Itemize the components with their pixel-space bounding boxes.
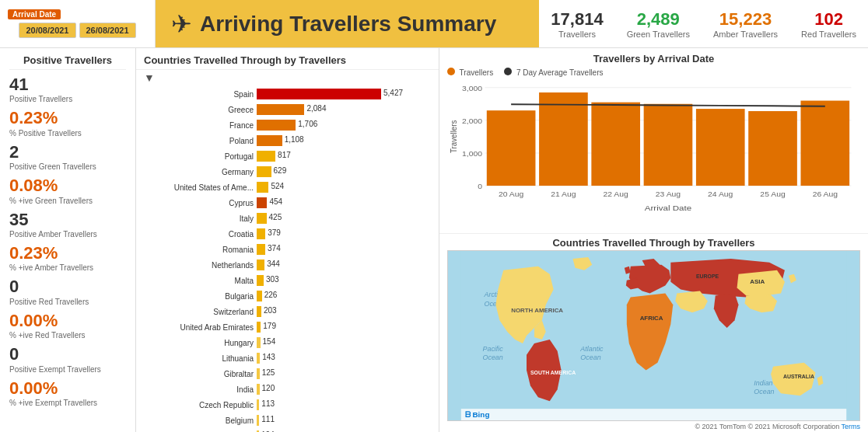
- bar-row: Italy425: [144, 211, 431, 225]
- bar-wrapper: 817: [257, 151, 431, 162]
- bar-row: Greece2,084: [144, 103, 431, 117]
- bar-value-label: 303: [266, 275, 279, 284]
- bar-wrapper: 226: [257, 291, 431, 301]
- map-terms-link[interactable]: Terms: [842, 423, 861, 430]
- chart-x-label: 23 Aug: [656, 190, 681, 197]
- header-left: Arrival Date 20/08/2021 26/08/2021: [0, 0, 156, 47]
- header-stats: 17,814 Travellers 2,489 Green Travellers…: [539, 0, 868, 47]
- date-buttons: 20/08/2021 26/08/2021: [19, 23, 135, 38]
- chart-bar: [800, 101, 849, 186]
- bar-value-label: 120: [262, 384, 275, 392]
- bar-fill: [257, 353, 260, 364]
- bar-row: United Arab Emirates179: [144, 320, 431, 334]
- sort-icon[interactable]: ▼: [136, 70, 439, 85]
- bar-wrapper: 524: [257, 182, 431, 193]
- chart-bar: [644, 104, 693, 186]
- body: Positive Travellers 41Positive Traveller…: [0, 48, 868, 432]
- map-footer: © 2021 TomTom © 2021 Microsoft Corporati…: [447, 421, 860, 430]
- bar-fill: [257, 120, 296, 131]
- svg-rect-9: [461, 409, 846, 420]
- metric-label-7: % +ive Red Travellers: [9, 331, 126, 340]
- bar-country-name: Switzerland: [144, 308, 257, 316]
- pacific-ocean-label2: Ocean: [483, 354, 503, 361]
- chart-x-label: 24 Aug: [708, 190, 733, 197]
- bar-fill: [257, 306, 261, 317]
- metric-item-1: 0.23%% Positive Travellers: [9, 108, 126, 137]
- bar-fill: [257, 337, 261, 348]
- metric-item-9: 0.00%% +ive Exempt Travellers: [9, 378, 126, 407]
- australia-label: AUSTRALIA: [783, 374, 814, 379]
- chart-x-label: 21 Aug: [551, 190, 576, 197]
- metrics-container: 41Positive Travellers0.23%% Positive Tra…: [9, 75, 126, 407]
- bar-country-name: Gibraltar: [144, 370, 257, 378]
- svg-text:1,000: 1,000: [462, 150, 482, 158]
- svg-text:0: 0: [478, 183, 482, 190]
- map-container: Arctic Ocean Pacific Ocean Atlantic Ocea…: [447, 250, 860, 421]
- bar-row: United States of Ame...524: [144, 180, 431, 194]
- bar-value-label: 374: [268, 244, 281, 253]
- chart-bar: [539, 92, 588, 186]
- bar-wrapper: 629: [257, 166, 431, 177]
- left-panel-title: Positive Travellers: [9, 54, 126, 70]
- bar-value-label: 5,427: [383, 89, 403, 97]
- bar-fill: [257, 197, 267, 208]
- bar-country-name: United Arab Emirates: [144, 323, 257, 332]
- metric-value-1: 0.23%: [9, 108, 126, 128]
- bar-row: Germany629: [144, 165, 431, 179]
- header: Arrival Date 20/08/2021 26/08/2021 ✈ Arr…: [0, 0, 868, 48]
- stat-amber-value: 15,223: [713, 9, 778, 30]
- metric-value-9: 0.00%: [9, 378, 126, 399]
- bar-row: Lithuania143: [144, 351, 431, 365]
- header-title-area: ✈ Arriving Travellers Summary: [156, 0, 539, 47]
- bar-country-name: France: [144, 121, 257, 130]
- bar-wrapper: 125: [257, 368, 431, 379]
- date-start-button[interactable]: 20/08/2021: [19, 23, 75, 38]
- bar-value-label: 2,084: [306, 104, 326, 113]
- map-copyright: © 2021 TomTom © 2021 Microsoft Corporati…: [695, 423, 839, 430]
- chart-title: Travellers by Arrival Date: [447, 53, 860, 64]
- metric-label-9: % +ive Exempt Travellers: [9, 399, 126, 407]
- bar-row: Malta303: [144, 273, 431, 287]
- bar-value-label: 226: [264, 291, 278, 299]
- bar-row: Spain5,427: [144, 87, 431, 101]
- bar-row: Croatia379: [144, 227, 431, 241]
- date-end-button[interactable]: 26/08/2021: [79, 23, 136, 38]
- bar-fill: [257, 244, 265, 255]
- bar-country-name: Germany: [144, 168, 257, 176]
- europe-label: EUROPE: [696, 273, 719, 279]
- bar-value-label: 203: [264, 306, 277, 315]
- atlantic-ocean-label: Atlantic: [579, 345, 604, 353]
- chart-area: 01,0002,0003,00020 Aug21 Aug22 Aug23 Aug…: [447, 80, 860, 212]
- svg-text:2,000: 2,000: [462, 117, 482, 124]
- bar-country-name: Romania: [144, 246, 257, 254]
- bar-fill: [257, 104, 304, 115]
- stat-green-label: Green Travellers: [627, 30, 690, 39]
- legend-average-label: 7 Day Average Travellers: [516, 68, 604, 77]
- bar-row: Poland1,108: [144, 134, 431, 148]
- bar-chart-container: Spain5,427Greece2,084France1,706Poland1,…: [136, 85, 439, 432]
- bar-row: Hungary154: [144, 336, 431, 350]
- bar-value-label: 113: [261, 399, 275, 408]
- stat-travellers-label: Travellers: [551, 30, 603, 39]
- metric-item-4: 35Positive Amber Travellers: [9, 210, 126, 239]
- bar-row: Canada104: [144, 429, 431, 432]
- bar-wrapper: 2,084: [257, 104, 431, 115]
- bar-country-name: India: [144, 385, 257, 394]
- legend-average: 7 Day Average Travellers: [504, 68, 603, 77]
- bar-row: Portugal817: [144, 149, 431, 163]
- bar-country-name: Hungary: [144, 339, 257, 347]
- bar-value-label: 425: [269, 213, 282, 221]
- metric-item-0: 41Positive Travellers: [9, 75, 126, 103]
- bar-fill: [257, 89, 381, 99]
- metric-value-2: 2: [9, 142, 126, 162]
- bar-wrapper: 374: [257, 244, 431, 255]
- stat-green-value: 2,489: [627, 9, 690, 30]
- stat-red-label: Red Travellers: [801, 30, 856, 39]
- atlantic-ocean-label2: Ocean: [580, 354, 600, 361]
- chart-x-label: 25 Aug: [760, 190, 785, 197]
- bar-fill: [257, 322, 261, 333]
- legend-average-dot: [504, 68, 512, 75]
- metric-label-4: Positive Amber Travellers: [9, 230, 126, 239]
- bar-wrapper: 379: [257, 228, 431, 239]
- chart-legend: Travellers 7 Day Average Travellers: [447, 68, 860, 77]
